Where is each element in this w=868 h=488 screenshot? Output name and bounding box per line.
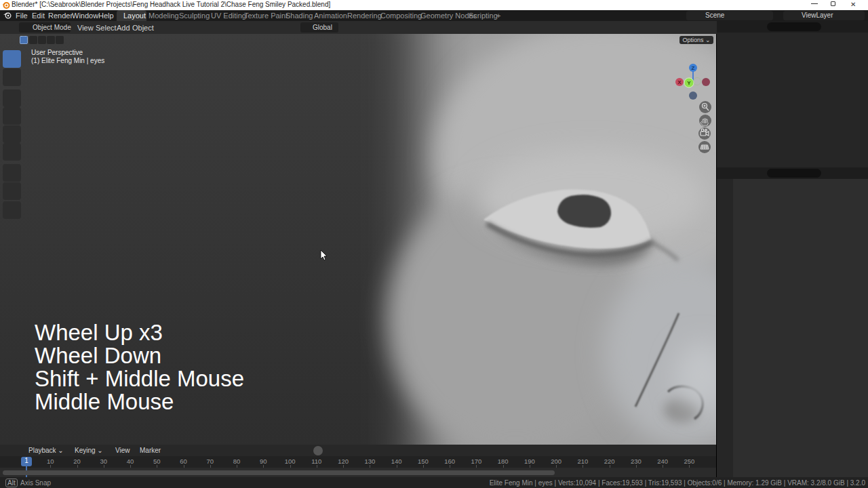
svg-text:Z: Z [692, 65, 695, 71]
svg-text:X: X [677, 79, 682, 85]
svg-text:Y: Y [687, 80, 691, 86]
